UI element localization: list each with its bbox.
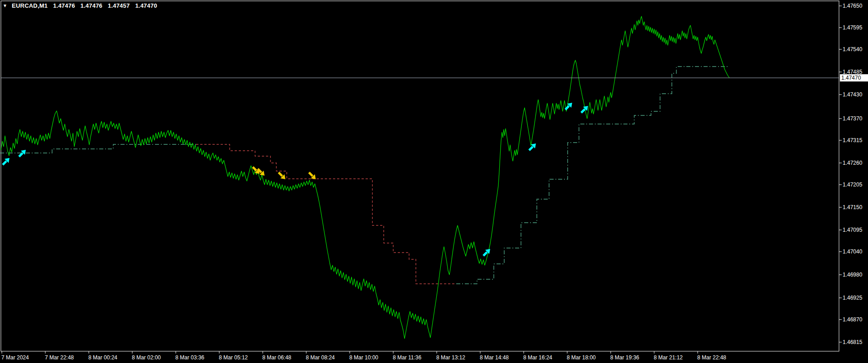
price-label-15: 1.46815 bbox=[843, 339, 862, 345]
time-label-11: 8 Mar 14:48 bbox=[480, 354, 509, 361]
sell-arrow-icon-2-shaft bbox=[279, 172, 282, 176]
buy-arrow-icon-1-shaft bbox=[19, 153, 23, 157]
close-value: 1.47470 bbox=[135, 2, 157, 9]
price-label-9: 1.47150 bbox=[843, 204, 862, 210]
time-label-6: 8 Mar 06:48 bbox=[262, 354, 291, 361]
buy-arrow-icon-4-shaft bbox=[565, 106, 569, 110]
time-label-5: 8 Mar 05:12 bbox=[219, 354, 248, 361]
buy-arrow-icon-2-shaft bbox=[483, 252, 487, 256]
sell-arrow-icon-3-shaft bbox=[309, 172, 313, 176]
current-price-box: 1.47470 bbox=[840, 74, 868, 81]
price-label-14: 1.46870 bbox=[843, 316, 862, 323]
time-label-14: 8 Mar 19:36 bbox=[610, 354, 639, 361]
price-chart-canvas[interactable] bbox=[0, 0, 868, 363]
sell-arrow-icon-2 bbox=[279, 172, 285, 179]
high-value: 1.47476 bbox=[81, 2, 102, 9]
plot-border bbox=[1, 1, 839, 351]
price-label-11: 1.47040 bbox=[843, 248, 862, 255]
time-label-8: 8 Mar 10:00 bbox=[349, 354, 378, 361]
buy-arrow-icon-3-shaft bbox=[529, 147, 533, 150]
time-label-1: 7 Mar 22:48 bbox=[45, 354, 74, 361]
time-label-3: 8 Mar 02:00 bbox=[132, 354, 161, 361]
buy-arrow-icon-5-shaft bbox=[581, 109, 585, 113]
trading-chart-window: ▼ EURCAD,M1 1.47476 1.47476 1.47457 1.47… bbox=[0, 0, 868, 363]
price-label-0: 1.47650 bbox=[843, 3, 862, 9]
price-line bbox=[1, 16, 729, 339]
time-label-4: 8 Mar 03:36 bbox=[175, 354, 204, 361]
time-label-13: 8 Mar 18:00 bbox=[567, 354, 596, 361]
price-label-12: 1.46980 bbox=[843, 272, 862, 278]
buy-arrow-icon-5 bbox=[581, 106, 588, 113]
time-label-15: 8 Mar 21:12 bbox=[654, 354, 683, 361]
sell-arrow-icon-0-shaft bbox=[253, 167, 256, 171]
symbol-marker-icon: ▼ bbox=[3, 3, 7, 8]
low-value: 1.47457 bbox=[108, 2, 130, 9]
buy-arrow-icon-0 bbox=[3, 158, 10, 165]
price-label-1: 1.47595 bbox=[843, 24, 862, 31]
time-label-0: 7 Mar 2024 bbox=[1, 354, 29, 361]
open-value: 1.47476 bbox=[53, 2, 75, 9]
up-trend-stop-2-line bbox=[456, 67, 728, 284]
price-label-6: 1.47315 bbox=[843, 137, 862, 143]
time-label-2: 8 Mar 00:24 bbox=[88, 354, 117, 361]
up-trend-stop-1-line bbox=[0, 144, 196, 153]
time-label-9: 8 Mar 11:36 bbox=[393, 354, 421, 361]
time-label-7: 8 Mar 08:24 bbox=[306, 354, 335, 361]
price-label-5: 1.47370 bbox=[843, 115, 862, 122]
down-trend-stop-line bbox=[196, 144, 456, 284]
price-label-13: 1.46925 bbox=[843, 295, 862, 301]
price-label-7: 1.47260 bbox=[843, 160, 862, 166]
price-label-8: 1.47205 bbox=[843, 182, 862, 188]
time-label-10: 8 Mar 13:12 bbox=[436, 354, 465, 361]
time-label-12: 8 Mar 16:24 bbox=[523, 354, 552, 361]
price-label-10: 1.47095 bbox=[843, 227, 862, 233]
price-label-2: 1.47540 bbox=[843, 46, 862, 53]
time-label-16: 8 Mar 22:48 bbox=[697, 354, 726, 361]
buy-arrow-icon-4 bbox=[565, 103, 572, 110]
buy-arrow-icon-2 bbox=[483, 249, 490, 256]
price-label-4: 1.47430 bbox=[843, 91, 862, 98]
buy-arrow-icon-0-shaft bbox=[3, 161, 6, 165]
chart-title: ▼ EURCAD,M1 1.47476 1.47476 1.47457 1.47… bbox=[3, 2, 157, 9]
symbol-period-label: EURCAD,M1 bbox=[12, 2, 48, 9]
buy-arrow-icon-3 bbox=[529, 143, 536, 150]
sell-arrow-icon-3 bbox=[309, 172, 316, 179]
